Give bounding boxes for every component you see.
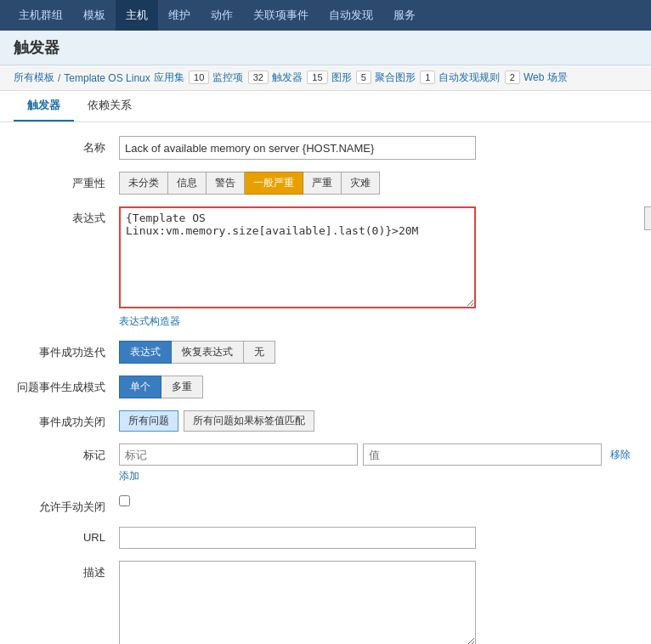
breadcrumb-trigger[interactable]: 触发器 15 bbox=[272, 71, 328, 85]
expression-label: 表达式 bbox=[17, 206, 119, 226]
nav-host[interactable]: 主机 bbox=[116, 0, 158, 31]
close-content: 所有问题 所有问题如果标签值匹配 bbox=[119, 410, 634, 432]
manual-close-content bbox=[119, 495, 634, 506]
breadcrumb-monitor[interactable]: 监控项 32 bbox=[212, 71, 269, 85]
expression-row: 表达式 {Template OS Linux:vm.memory.size[av… bbox=[0, 206, 651, 329]
desc-row: 描述 bbox=[0, 561, 651, 644]
page-header: 触发器 bbox=[0, 31, 651, 65]
name-row: 名称 bbox=[0, 136, 651, 160]
problem-single-btn[interactable]: 单个 bbox=[119, 376, 161, 398]
breadcrumb-webscene[interactable]: Web 场景 bbox=[524, 71, 568, 85]
graph-badge: 5 bbox=[356, 71, 371, 84]
breadcrumb-graph[interactable]: 图形 5 bbox=[331, 71, 371, 85]
sev-high[interactable]: 严重 bbox=[303, 172, 342, 195]
event-success-row: 事件成功迭代 表达式 恢复表达式 无 bbox=[0, 341, 651, 364]
app-badge: 10 bbox=[189, 71, 209, 84]
top-navigation: 主机群组 模板 主机 维护 动作 关联项事件 自动发现 服务 bbox=[0, 0, 651, 31]
breadcrumb-autodiscover[interactable]: 自动发现规则 2 bbox=[439, 71, 519, 85]
sev-disaster[interactable]: 灾难 bbox=[342, 172, 380, 195]
tab-triggers[interactable]: 触发器 bbox=[14, 91, 74, 121]
close-tag-match: 所有问题如果标签值匹配 bbox=[184, 410, 314, 432]
breadcrumb-app[interactable]: 应用集 10 bbox=[154, 71, 210, 85]
problem-mode-content: 单个 多重 bbox=[119, 376, 634, 398]
expression-add-button[interactable]: 添加 bbox=[644, 206, 651, 230]
sub-tabs: 触发器 依赖关系 bbox=[0, 91, 651, 122]
breadcrumb: 所有模板 / Template OS Linux 应用集 10 监控项 32 触… bbox=[0, 65, 651, 91]
manual-close-row: 允许手动关闭 bbox=[0, 495, 651, 515]
url-label: URL bbox=[17, 527, 119, 544]
autodiscover-badge: 2 bbox=[505, 71, 520, 84]
event-recovery-btn[interactable]: 恢复表达式 bbox=[172, 341, 244, 364]
breadcrumb-all-templates[interactable]: 所有模板 bbox=[14, 71, 54, 85]
tag-remove-link[interactable]: 移除 bbox=[607, 448, 634, 462]
tags-content: 移除 添加 bbox=[119, 443, 634, 483]
event-success-content: 表达式 恢复表达式 无 bbox=[119, 341, 634, 364]
sev-average[interactable]: 一般严重 bbox=[245, 172, 303, 195]
monitor-badge: 32 bbox=[248, 71, 269, 84]
nav-template[interactable]: 模板 bbox=[73, 0, 116, 31]
desc-label: 描述 bbox=[17, 561, 119, 580]
desc-content bbox=[119, 561, 634, 644]
trigger-badge: 15 bbox=[307, 71, 327, 84]
desc-textarea[interactable] bbox=[119, 561, 476, 644]
close-label: 事件成功关闭 bbox=[17, 410, 119, 430]
close-group: 所有问题 所有问题如果标签值匹配 bbox=[119, 410, 634, 432]
sev-unclassified[interactable]: 未分类 bbox=[119, 172, 168, 195]
severity-group: 未分类 信息 警告 一般严重 严重 灾难 bbox=[119, 172, 634, 195]
tag-inputs: 移除 bbox=[119, 443, 634, 466]
manual-close-checkbox[interactable] bbox=[119, 495, 130, 506]
event-expr-btn[interactable]: 表达式 bbox=[119, 341, 172, 364]
problem-mode-group: 单个 多重 bbox=[119, 376, 634, 398]
nav-event[interactable]: 关联项事件 bbox=[243, 0, 319, 31]
breadcrumb-template-name[interactable]: Template OS Linux bbox=[64, 72, 150, 84]
expression-wrap: {Template OS Linux:vm.memory.size[availa… bbox=[119, 206, 634, 311]
url-content bbox=[119, 527, 634, 549]
close-all-btn[interactable]: 所有问题 bbox=[119, 410, 178, 432]
expression-textarea[interactable]: {Template OS Linux:vm.memory.size[availa… bbox=[119, 206, 476, 308]
problem-multiple-btn[interactable]: 多重 bbox=[161, 376, 203, 398]
expression-content: {Template OS Linux:vm.memory.size[availa… bbox=[119, 206, 634, 329]
url-row: URL bbox=[0, 527, 651, 549]
tags-row: 标记 移除 添加 bbox=[0, 443, 651, 483]
nav-host-group[interactable]: 主机群组 bbox=[8, 0, 73, 31]
close-row: 事件成功关闭 所有问题 所有问题如果标签值匹配 bbox=[0, 410, 651, 432]
event-success-label: 事件成功迭代 bbox=[17, 341, 119, 360]
severity-row: 严重性 未分类 信息 警告 一般严重 严重 灾难 bbox=[0, 172, 651, 195]
tag-value-input[interactable] bbox=[363, 443, 602, 466]
sev-warning[interactable]: 警告 bbox=[207, 172, 245, 195]
event-none-btn[interactable]: 无 bbox=[244, 341, 275, 364]
expression-constructor-link[interactable]: 表达式构造器 bbox=[119, 314, 180, 329]
event-success-group: 表达式 恢复表达式 无 bbox=[119, 341, 634, 364]
name-label: 名称 bbox=[17, 136, 119, 155]
page-title: 触发器 bbox=[14, 37, 637, 58]
sev-info[interactable]: 信息 bbox=[168, 172, 207, 195]
problem-mode-row: 问题事件生成模式 单个 多重 bbox=[0, 376, 651, 398]
problem-mode-label: 问题事件生成模式 bbox=[17, 376, 119, 395]
url-input[interactable] bbox=[119, 527, 476, 549]
tag-add-link[interactable]: 添加 bbox=[119, 469, 139, 483]
manual-close-label: 允许手动关闭 bbox=[17, 495, 119, 515]
name-content bbox=[119, 136, 634, 160]
agg-badge: 1 bbox=[420, 71, 435, 84]
nav-maintenance[interactable]: 维护 bbox=[158, 0, 201, 31]
nav-action[interactable]: 动作 bbox=[201, 0, 243, 31]
severity-content: 未分类 信息 警告 一般严重 严重 灾难 bbox=[119, 172, 634, 195]
form-area: 名称 严重性 未分类 信息 警告 一般严重 严重 灾难 表达式 {Templat… bbox=[0, 122, 651, 644]
severity-label: 严重性 bbox=[17, 172, 119, 191]
breadcrumb-agg[interactable]: 聚合图形 1 bbox=[375, 71, 435, 85]
nav-autodiscover[interactable]: 自动发现 bbox=[319, 0, 383, 31]
breadcrumb-sep1: / bbox=[58, 72, 60, 84]
tag-name-input[interactable] bbox=[119, 443, 358, 466]
tab-dependencies[interactable]: 依赖关系 bbox=[74, 91, 145, 121]
name-input[interactable] bbox=[119, 136, 476, 160]
tags-label: 标记 bbox=[17, 443, 119, 463]
nav-service[interactable]: 服务 bbox=[383, 0, 426, 31]
